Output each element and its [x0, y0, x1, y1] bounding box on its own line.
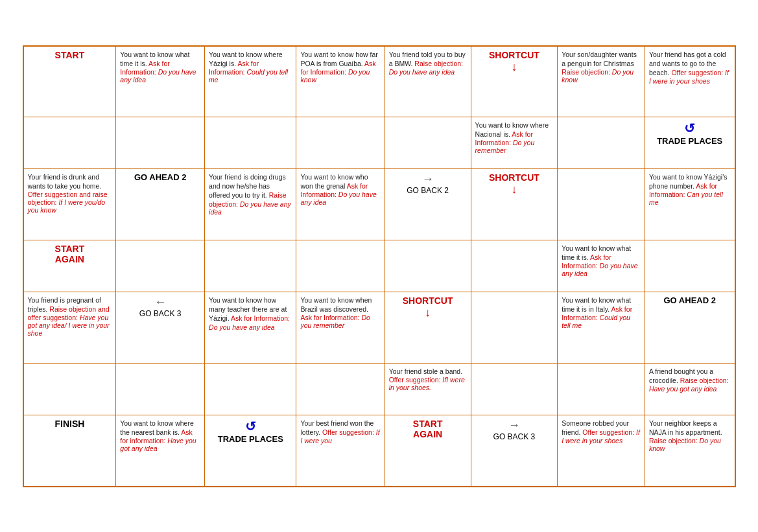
- start-again-label: STARTAGAIN: [28, 244, 112, 264]
- cell-black-text: Your son/daughter wants a penguin for Ch…: [562, 51, 637, 67]
- trade-icon: ↺: [209, 419, 292, 434]
- cell-red-text: Raise objection:: [562, 68, 612, 76]
- cell-r3-c2: [205, 240, 296, 292]
- start-again-label: STARTAGAIN: [389, 419, 467, 439]
- cell-r2-c2: Your friend is doing drugs and now he/sh…: [205, 169, 296, 240]
- cell-r3-c6: You want to know what time it is. Ask fo…: [558, 240, 645, 292]
- cell-r1-c6: [558, 117, 645, 169]
- finish-label: FINISH: [28, 419, 112, 429]
- shortcut-label: SHORTCUT↓: [475, 50, 554, 74]
- go-back-label: GO BACK 2: [407, 186, 449, 195]
- cell-red-text: Raise objection:: [649, 437, 700, 445]
- cell-red-text: Ask for Information:: [300, 314, 361, 321]
- shortcut-label: SHORTCUT↓: [475, 172, 554, 196]
- cell-black-text: Your friend stole a band.: [389, 367, 462, 375]
- cell-r2-c5: SHORTCUT↓: [471, 169, 558, 240]
- game-board: STARTYou want to know what time it is. A…: [23, 45, 736, 487]
- cell-r4-c3: You want to know when Brazil was discove…: [296, 292, 385, 364]
- cell-r5-c6: [558, 364, 645, 415]
- cell-r2-c1: GO AHEAD 2: [116, 169, 205, 240]
- cell-r4-c1: ←GO BACK 3: [116, 292, 205, 364]
- cell-r4-c5: [471, 292, 558, 364]
- cell-red-text: Offer suggestion:: [322, 428, 376, 436]
- cell-red-text: Offer suggestion:: [582, 428, 636, 436]
- cell-black-text: Your neighbor keeps a NAJA in his appart…: [649, 419, 722, 436]
- cell-r6-c6: Someone robbed your friend. Offer sugges…: [558, 415, 645, 487]
- cell-r3-c7: [645, 240, 735, 292]
- go-back-arrow: →: [475, 419, 554, 432]
- cell-r2-c4: →GO BACK 2: [385, 169, 471, 240]
- cell-r6-c5: →GO BACK 3: [471, 415, 558, 487]
- cell-black-text: You want to know when Brazil was discove…: [300, 296, 372, 313]
- shortcut-arrow: ↓: [389, 306, 467, 319]
- cell-r3-c3: [296, 240, 385, 292]
- cell-r4-c7: GO AHEAD 2: [645, 292, 735, 364]
- go-back-cell: →GO BACK 2: [389, 172, 467, 195]
- cell-red-text: Offer suggestion:: [389, 376, 443, 384]
- cell-r4-c0: You friend is pregnant of triples. Raise…: [23, 292, 116, 364]
- shortcut-label: SHORTCUT↓: [389, 295, 467, 319]
- cell-r1-c3: [296, 117, 385, 169]
- cell-r5-c3: [296, 364, 385, 415]
- cell-r0-c4: You friend told you to buy a BMW. Raise …: [385, 46, 471, 117]
- trade-icon: ↺: [649, 121, 731, 136]
- cell-r3-c1: [116, 240, 205, 292]
- cell-r6-c7: Your neighbor keeps a NAJA in his appart…: [645, 415, 735, 487]
- cell-r6-c2: ↺TRADE PLACES: [205, 415, 296, 487]
- trade-places-cell: ↺TRADE PLACES: [209, 419, 292, 444]
- go-ahead-label: GO AHEAD 2: [120, 172, 200, 182]
- cell-r5-c0: [23, 364, 116, 415]
- cell-r5-c7: A friend bought you a crocodile. Raise o…: [645, 364, 735, 415]
- cell-r1-c1: [116, 117, 205, 169]
- cell-r0-c7: Your friend has got a cold and wants to …: [645, 46, 735, 117]
- cell-r5-c4: Your friend stole a band. Offer suggesti…: [385, 364, 471, 415]
- cell-r1-c0: [23, 117, 116, 169]
- cell-black-text: Your friend is drunk and wants to take y…: [28, 173, 102, 190]
- cell-r2-c6: [558, 169, 645, 240]
- cell-r6-c3: Your best friend won the lottery. Offer …: [296, 415, 385, 487]
- cell-r1-c5: You want to know where Nacional is. Ask …: [471, 117, 558, 169]
- cell-r2-c3: You want to know who won the grenal Ask …: [296, 169, 385, 240]
- cell-r5-c1: [116, 364, 205, 415]
- cell-r0-c3: You want to know how far POA is from Gua…: [296, 46, 385, 117]
- start-label: START: [28, 50, 112, 60]
- cell-red-text: Raise objection:: [414, 60, 463, 67]
- cell-r4-c4: SHORTCUT↓: [385, 292, 471, 364]
- cell-r3-c0: STARTAGAIN: [23, 240, 116, 292]
- cell-r5-c5: [471, 364, 558, 415]
- cell-r6-c0: FINISH: [23, 415, 116, 487]
- go-back-arrow: →: [389, 172, 467, 186]
- cell-r0-c1: You want to know what time it is. Ask fo…: [116, 46, 205, 117]
- cell-r0-c5: SHORTCUT↓: [471, 46, 558, 117]
- cell-red-text: Offer suggestion:: [671, 69, 725, 76]
- cell-r1-c2: [205, 117, 296, 169]
- cell-r3-c5: [471, 240, 558, 292]
- cell-r6-c4: STARTAGAIN: [385, 415, 471, 487]
- shortcut-arrow: ↓: [475, 183, 554, 196]
- cell-r1-c7: ↺TRADE PLACES: [645, 117, 735, 169]
- cell-red-text: Raise objection:: [680, 376, 729, 384]
- cell-r2-c7: You want to know Yázigi's phone number. …: [645, 169, 735, 240]
- cell-r0-c6: Your son/daughter wants a penguin for Ch…: [558, 46, 645, 117]
- cell-italic-text: Do you have any idea: [389, 68, 455, 76]
- cell-r0-c2: You want to know where Yázigi is. Ask fo…: [205, 46, 296, 117]
- shortcut-arrow: ↓: [475, 60, 554, 74]
- cell-red-text: Ask for Information:: [231, 314, 290, 322]
- trade-places-cell: ↺TRADE PLACES: [649, 121, 731, 146]
- go-back-cell: ←GO BACK 3: [120, 295, 200, 318]
- cell-r6-c1: You want to know where the nearest bank …: [116, 415, 205, 487]
- cell-r4-c6: You want to know what time it is in Ital…: [558, 292, 645, 364]
- go-back-label: GO BACK 3: [139, 309, 182, 318]
- go-back-cell: →GO BACK 3: [475, 419, 554, 441]
- go-back-label: GO BACK 3: [493, 432, 536, 441]
- cell-r0-c0: START: [23, 46, 116, 117]
- cell-r5-c2: [205, 364, 296, 415]
- cell-r4-c2: You want to know how many teacher there …: [205, 292, 296, 364]
- go-ahead-label: GO AHEAD 2: [649, 295, 731, 305]
- cell-r1-c4: [385, 117, 471, 169]
- cell-r2-c0: Your friend is drunk and wants to take y…: [23, 169, 116, 240]
- go-back-arrow: ←: [120, 295, 200, 309]
- cell-r3-c4: [385, 240, 471, 292]
- cell-italic-text: Have you got any idea: [649, 385, 717, 393]
- cell-italic-text: Do you have any idea: [209, 323, 275, 331]
